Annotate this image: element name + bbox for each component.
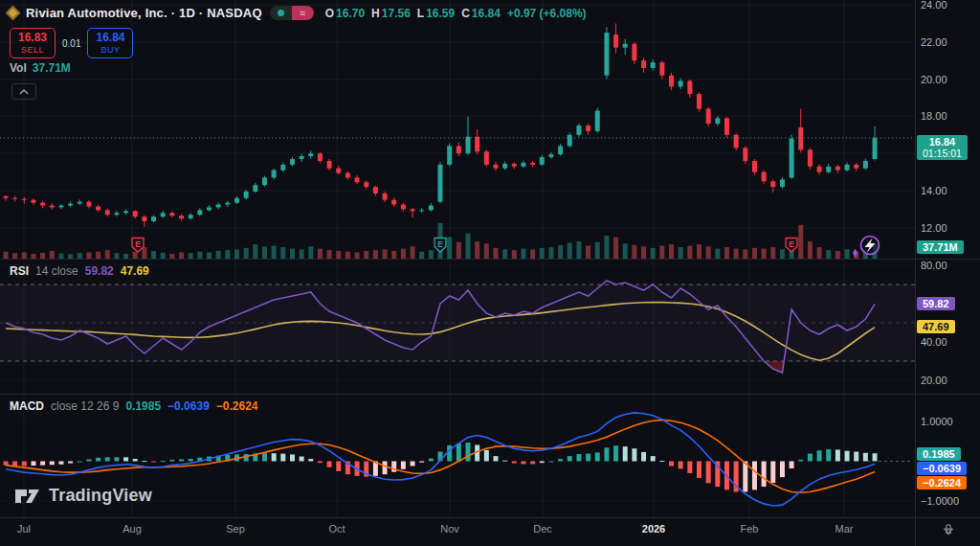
candlesticks [4, 23, 878, 226]
price-axis-label: 14.00 [921, 185, 947, 196]
status-dot-icon [278, 10, 284, 16]
open-label: O [325, 7, 334, 20]
chevron-up-icon [18, 88, 30, 96]
macd-axis-label: 1.0000 [921, 416, 953, 427]
time-axis-label-feb: Feb [741, 523, 759, 535]
symbol-title[interactable]: Rivian Automotive, Inc. · 1D · NASDAQ [26, 6, 262, 20]
approx-icon: ≈ [292, 6, 314, 20]
volume-badge: 37.71M [917, 240, 964, 254]
sell-label: SELL [11, 45, 55, 55]
rsi-axis-label: 80.00 [921, 260, 947, 271]
rsi-axis-label: 40.00 [921, 336, 947, 348]
sell-price: 16.83 [11, 31, 55, 44]
open-value: 16.70 [336, 7, 365, 20]
macd-signal-badge: −0.2624 [917, 476, 967, 489]
market-open-indicator [270, 6, 292, 20]
last-price-badge: 16.8401:15:01 [917, 135, 968, 160]
symbol-header: Rivian Automotive, Inc. · 1D · NASDAQ ≈ … [8, 6, 587, 20]
svg-text:E: E [789, 239, 794, 249]
time-axis-label-sep: Sep [226, 523, 245, 535]
watermark-text: TradingView [49, 486, 152, 506]
earnings-marker[interactable]: E [786, 239, 797, 253]
close-label: C [461, 7, 470, 20]
macd-hist-badge: 0.1985 [917, 447, 961, 461]
macd-pane-header[interactable]: MACD close 12 26 9 0.1985 −0.0639 −0.262… [10, 399, 258, 413]
tradingview-logo-icon [15, 487, 41, 506]
tradingview-watermark: TradingView [15, 486, 152, 506]
close-value: 16.84 [472, 7, 501, 20]
macd-params: close 12 26 9 [51, 399, 119, 413]
rsi-ma-value: 47.69 [121, 264, 149, 278]
rsi-title: RSI [10, 264, 29, 278]
tradingview-chart-window: EEE Rivian Automotive, Inc. · 1D · NASDA… [0, 0, 980, 546]
macd-axis-label: −1.0000 [921, 495, 959, 507]
earnings-marker[interactable]: E [434, 239, 446, 253]
rsi-ma-badge: 47.69 [917, 320, 955, 333]
rsi-axis-label: 20.00 [921, 375, 947, 386]
price-axis-label: 22.00 [921, 36, 947, 48]
macd-line-value: −0.0639 [167, 399, 210, 413]
buy-button[interactable]: 16.84 BUY [87, 28, 133, 58]
vol-label: Vol [10, 61, 27, 75]
rsi-pane-header[interactable]: RSI 14 close 59.82 47.69 [10, 264, 149, 278]
time-axis-label-aug: Aug [122, 523, 142, 535]
volume-readout: Vol 37.71M [10, 61, 71, 75]
sell-button[interactable]: 16.83 SELL [10, 28, 56, 58]
gear-icon [940, 522, 957, 539]
market-status-toggle[interactable]: ≈ [270, 6, 314, 20]
time-axis-label-dec: Dec [533, 523, 552, 535]
price-axis-label: 24.00 [921, 0, 947, 11]
macd-hist-value: 0.1985 [125, 399, 161, 413]
rsi-params: 14 close [35, 264, 78, 278]
buy-label: BUY [88, 45, 132, 55]
timezone-settings-button[interactable] [940, 522, 957, 543]
rsi-value-badge: 59.82 [917, 297, 955, 310]
time-axis-label-mar: Mar [835, 523, 854, 535]
low-label: L [417, 7, 424, 20]
time-axis-label-2026: 2026 [642, 523, 665, 535]
vol-value: 37.71M [33, 61, 71, 75]
svg-text:E: E [135, 239, 141, 249]
macd-line-badge: −0.0639 [917, 462, 967, 475]
change-value: +0.97 (+6.08%) [507, 7, 587, 20]
price-axis-label: 12.00 [921, 222, 947, 234]
high-label: H [371, 7, 380, 20]
spread-value: 0.01 [62, 38, 80, 49]
time-axis-label-jul: Jul [17, 523, 31, 535]
earnings-marker[interactable]: E [132, 239, 144, 253]
collapse-pane-button[interactable] [11, 83, 36, 100]
ohlc-readout: O16.70 H17.56 L16.59 C16.84 +0.97 (+6.08… [325, 7, 587, 20]
buy-price: 16.84 [88, 31, 132, 44]
time-axis-label-nov: Nov [440, 523, 459, 535]
high-value: 17.56 [382, 7, 411, 20]
price-axis-label: 18.00 [921, 110, 947, 122]
time-axis-label-oct: Oct [328, 523, 345, 535]
rsi-band [0, 284, 915, 361]
svg-text:E: E [437, 239, 443, 249]
low-value: 16.59 [426, 7, 455, 20]
trade-buttons: 16.83 SELL 0.01 16.84 BUY [10, 28, 133, 58]
rsi-value: 59.82 [85, 264, 114, 278]
rivian-logo-icon [6, 6, 21, 21]
macd-signal-value: −0.2624 [216, 399, 258, 413]
price-axis-label: 20.00 [921, 74, 947, 85]
macd-title: MACD [10, 399, 44, 413]
